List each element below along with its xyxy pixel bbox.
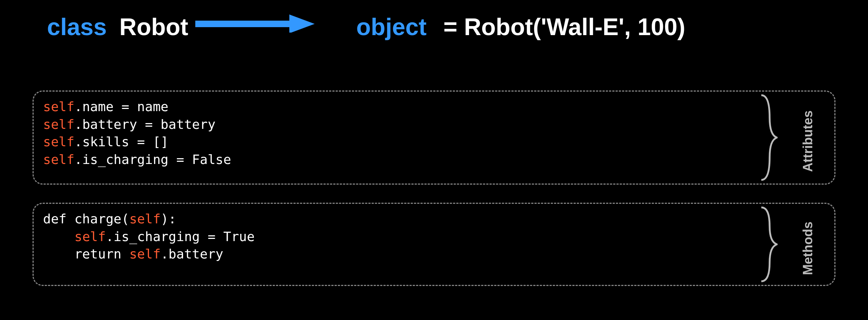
self-keyword: self <box>75 229 106 244</box>
methods-label: Methods <box>799 222 817 275</box>
self-keyword: self <box>129 211 161 226</box>
self-keyword: self <box>43 99 75 114</box>
self-keyword: self <box>129 247 161 261</box>
attributes-box: self.name = name self.battery = battery … <box>33 90 835 185</box>
heading-class-name: Robot <box>119 11 188 43</box>
heading-object-keyword: object <box>356 11 426 43</box>
self-keyword: self <box>43 152 75 167</box>
methods-box: def charge(self): self.is_charging = Tru… <box>33 203 835 286</box>
heading-object-instantiation: = Robot('Wall-E', 100) <box>443 11 685 43</box>
self-keyword: self <box>43 134 75 149</box>
attributes-code: self.name = name self.battery = battery … <box>43 98 825 168</box>
svg-marker-1 <box>289 14 315 33</box>
heading-class-keyword: class <box>47 11 107 43</box>
svg-rect-0 <box>195 21 293 27</box>
self-keyword: self <box>43 117 75 132</box>
arrow-right-icon <box>195 14 315 33</box>
figure-stage: class Robot object = Robot('Wall-E', 100… <box>0 0 868 320</box>
attributes-label: Attributes <box>799 110 817 172</box>
methods-code: def charge(self): self.is_charging = Tru… <box>43 210 825 263</box>
